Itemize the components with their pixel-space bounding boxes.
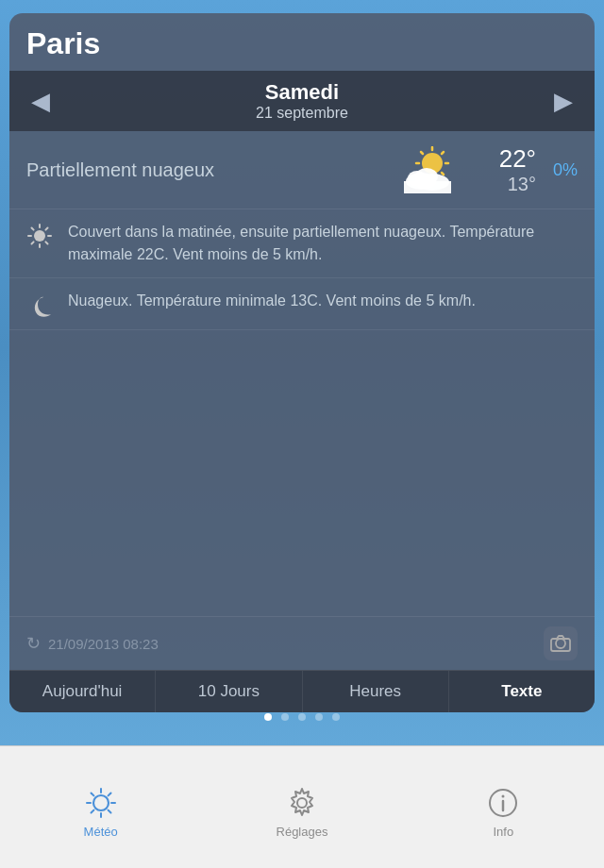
svg-rect-23 bbox=[551, 639, 570, 651]
sun-detail-icon bbox=[26, 223, 57, 249]
temps-area: 22° 13° bbox=[470, 144, 536, 195]
dot-5 bbox=[332, 713, 340, 721]
detail-section: Couvert dans la matinée, ensuite partiel… bbox=[9, 209, 595, 330]
moon-detail-icon bbox=[26, 292, 57, 318]
svg-line-31 bbox=[108, 793, 110, 796]
next-day-button[interactable]: ▶ bbox=[549, 87, 578, 116]
detail-row-day: Couvert dans la matinée, ensuite partiel… bbox=[9, 209, 595, 278]
main-card: Paris ◀ Samedi 21 septembre ▶ Partiellem… bbox=[9, 13, 595, 712]
svg-point-36 bbox=[502, 795, 505, 798]
dot-2 bbox=[281, 713, 289, 721]
weather-icon-area bbox=[398, 146, 459, 193]
svg-line-18 bbox=[32, 228, 34, 230]
refresh-icon: ↻ bbox=[26, 633, 41, 654]
weather-description: Partiellement nuageux bbox=[26, 159, 387, 181]
svg-point-24 bbox=[93, 795, 109, 810]
meteo-icon bbox=[83, 785, 119, 821]
dot-4 bbox=[315, 713, 323, 721]
partly-cloudy-icon bbox=[398, 146, 459, 193]
precipitation: 0% bbox=[536, 160, 578, 180]
svg-line-21 bbox=[32, 242, 34, 243]
dot-3 bbox=[298, 713, 306, 721]
svg-line-29 bbox=[91, 793, 93, 796]
refresh-area: ↻ 21/09/2013 08:23 bbox=[26, 633, 159, 654]
detail-row-night: Nuageux. Température minimale 13C. Vent … bbox=[9, 278, 595, 330]
svg-line-19 bbox=[45, 242, 47, 243]
reglages-icon bbox=[284, 785, 320, 821]
camera-button[interactable] bbox=[544, 626, 578, 660]
prev-day-button[interactable]: ◀ bbox=[26, 87, 55, 116]
card-spacer bbox=[9, 330, 595, 616]
card-status-bar: ↻ 21/09/2013 08:23 bbox=[9, 616, 595, 670]
temp-low: 13° bbox=[470, 174, 536, 195]
svg-rect-12 bbox=[404, 181, 451, 193]
tab-reglages-label: Réglages bbox=[277, 825, 328, 839]
tab-bar: Météo Réglages Info bbox=[0, 745, 604, 868]
date-center: Samedi 21 septembre bbox=[55, 80, 549, 122]
svg-line-32 bbox=[91, 810, 93, 813]
detail-text-night: Nuageux. Température minimale 13C. Vent … bbox=[68, 290, 578, 312]
page-dots bbox=[0, 706, 604, 728]
tab-info[interactable]: Info bbox=[403, 776, 604, 839]
detail-text-day: Couvert dans la matinée, ensuite partiel… bbox=[68, 221, 578, 266]
tab-info-label: Info bbox=[493, 825, 513, 839]
weather-summary: Partiellement nuageux bbox=[9, 131, 595, 209]
city-title: Paris bbox=[9, 13, 595, 71]
date-nav: ◀ Samedi 21 septembre ▶ bbox=[9, 71, 595, 131]
svg-point-33 bbox=[297, 798, 307, 808]
date-day: Samedi bbox=[55, 80, 549, 105]
svg-point-13 bbox=[34, 230, 45, 242]
svg-line-20 bbox=[45, 228, 47, 230]
date-full: 21 septembre bbox=[55, 105, 549, 122]
svg-line-7 bbox=[442, 152, 444, 154]
svg-line-30 bbox=[108, 810, 110, 813]
svg-point-22 bbox=[556, 639, 565, 648]
tab-meteo[interactable]: Météo bbox=[0, 776, 201, 839]
svg-line-6 bbox=[442, 173, 444, 175]
temp-high: 22° bbox=[470, 144, 536, 174]
tab-meteo-label: Météo bbox=[84, 825, 118, 839]
dot-1 bbox=[264, 713, 272, 721]
refresh-time: 21/09/2013 08:23 bbox=[48, 636, 159, 652]
info-icon bbox=[485, 785, 521, 821]
tab-reglages[interactable]: Réglages bbox=[201, 776, 402, 839]
svg-line-5 bbox=[421, 152, 423, 154]
